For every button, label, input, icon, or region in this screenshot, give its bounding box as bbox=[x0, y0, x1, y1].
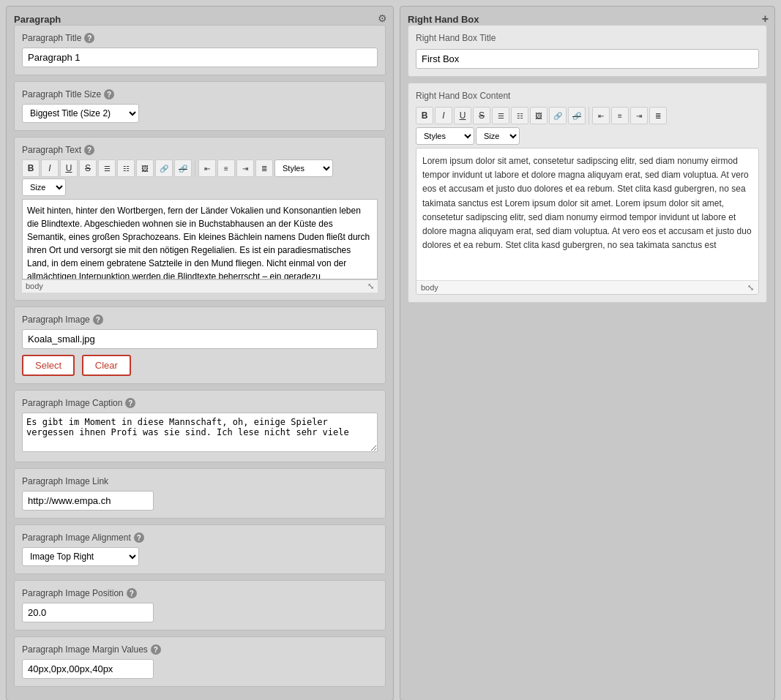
rhb-unlink-btn[interactable]: 🔗 bbox=[568, 107, 586, 124]
paragraph-image-alignment-block: Paragraph Image Alignment ? Image Top Ri… bbox=[14, 524, 386, 574]
paragraph-image-caption-label: Paragraph Image Caption ? bbox=[22, 398, 378, 408]
rhb-ul-btn[interactable]: ☷ bbox=[511, 107, 528, 124]
paragraph-image-help-icon[interactable]: ? bbox=[93, 315, 103, 325]
rhb-align-right-btn[interactable]: ⇥ bbox=[630, 107, 648, 124]
paragraph-image-position-label: Paragraph Image Position ? bbox=[22, 588, 378, 598]
paragraph-text-image-btn[interactable]: 🖼 bbox=[136, 159, 154, 177]
rhb-title-block: Right Hand Box Title bbox=[408, 25, 767, 77]
paragraph-title-help-icon[interactable]: ? bbox=[84, 33, 94, 43]
paragraph-text-strike-btn[interactable]: S bbox=[79, 159, 97, 177]
paragraph-title-label: Paragraph Title ? bbox=[22, 33, 378, 43]
rhb-resize-handle[interactable]: ⤡ bbox=[747, 283, 754, 293]
rhb-styles-select[interactable]: Styles bbox=[416, 127, 474, 145]
paragraph-image-link-label: Paragraph Image Link bbox=[22, 476, 378, 486]
rhb-toolbar-separator bbox=[588, 107, 589, 124]
rhb-link-btn[interactable]: 🔗 bbox=[549, 107, 567, 124]
paragraph-text-resize-handle[interactable]: ⤡ bbox=[367, 282, 374, 291]
paragraph-image-filename[interactable] bbox=[22, 329, 378, 349]
paragraph-text-align-justify-btn[interactable]: ≣ bbox=[255, 159, 273, 177]
paragraph-image-caption-textarea[interactable] bbox=[22, 413, 378, 452]
paragraph-text-toolbar: B I U S ☰ ☷ 🖼 🔗 🔗 ⇤ ≡ ⇥ ≣ Styles Size bbox=[22, 159, 378, 196]
right-panel-title: Right Hand Box bbox=[408, 14, 479, 25]
right-panel: Right Hand Box + Right Hand Box Title Ri… bbox=[400, 6, 775, 700]
rhb-align-left-btn[interactable]: ⇤ bbox=[592, 107, 610, 124]
paragraph-title-size-select[interactable]: Biggest Title (Size 2) Large Title (Size… bbox=[22, 104, 139, 123]
rhb-title-label: Right Hand Box Title bbox=[416, 33, 759, 43]
paragraph-image-margin-input[interactable] bbox=[22, 659, 154, 679]
paragraph-title-block: Paragraph Title ? bbox=[14, 25, 386, 75]
paragraph-image-margin-block: Paragraph Image Margin Values ? bbox=[14, 636, 386, 687]
rhb-bold-btn[interactable]: B bbox=[416, 107, 433, 124]
rhb-size-select[interactable]: Size bbox=[476, 127, 520, 145]
paragraph-image-clear-btn[interactable]: Clear bbox=[82, 355, 131, 376]
left-panel-title: Paragraph bbox=[14, 14, 61, 25]
paragraph-text-ul-btn[interactable]: ☷ bbox=[117, 159, 135, 177]
paragraph-image-margin-label: Paragraph Image Margin Values ? bbox=[22, 644, 378, 655]
paragraph-text-editor[interactable]: Weit hinten, hinter den Wortbergen, fern… bbox=[22, 199, 378, 279]
right-panel-plus-icon[interactable]: + bbox=[762, 12, 769, 26]
left-panel: Paragraph ⚙ Paragraph Title ? Paragraph … bbox=[6, 6, 394, 700]
paragraph-image-select-btn[interactable]: Select bbox=[22, 355, 75, 376]
paragraph-text-align-left-btn[interactable]: ⇤ bbox=[198, 159, 216, 177]
paragraph-image-label: Paragraph Image ? bbox=[22, 315, 378, 325]
rhb-content-toolbar-1: B I U S ☰ ☷ 🖼 🔗 🔗 ⇤ ≡ ⇥ ≣ bbox=[416, 107, 759, 124]
rhb-title-input[interactable] bbox=[416, 49, 759, 69]
paragraph-image-alignment-label: Paragraph Image Alignment ? bbox=[22, 532, 378, 543]
paragraph-title-size-help-icon[interactable]: ? bbox=[104, 89, 114, 99]
rhb-editor-container: Lorem ipsum dolor sit amet, consetetur s… bbox=[416, 148, 759, 295]
rhb-editor[interactable]: Lorem ipsum dolor sit amet, consetetur s… bbox=[416, 148, 758, 280]
paragraph-title-size-label: Paragraph Title Size ? bbox=[22, 89, 378, 99]
paragraph-title-input[interactable] bbox=[22, 48, 378, 67]
paragraph-title-size-wrapper: Biggest Title (Size 2) Large Title (Size… bbox=[22, 104, 378, 123]
paragraph-title-size-block: Paragraph Title Size ? Biggest Title (Si… bbox=[14, 81, 386, 131]
paragraph-text-label: Paragraph Text ? bbox=[22, 145, 378, 155]
rhb-underline-btn[interactable]: U bbox=[454, 107, 471, 124]
paragraph-text-help-icon[interactable]: ? bbox=[84, 145, 94, 155]
rhb-italic-btn[interactable]: I bbox=[435, 107, 452, 124]
paragraph-image-caption-block: Paragraph Image Caption ? bbox=[14, 390, 386, 462]
rhb-ol-btn[interactable]: ☰ bbox=[492, 107, 509, 124]
paragraph-image-margin-help-icon[interactable]: ? bbox=[151, 644, 161, 655]
rhb-editor-footer: body ⤡ bbox=[416, 280, 758, 294]
paragraph-image-link-input[interactable] bbox=[22, 491, 154, 511]
paragraph-image-caption-help-icon[interactable]: ? bbox=[125, 398, 135, 408]
paragraph-image-link-block: Paragraph Image Link bbox=[14, 468, 386, 519]
paragraph-image-alignment-select[interactable]: Image Top Right Image Top Left Image Bot… bbox=[22, 547, 139, 566]
rhb-content-block: Right Hand Box Content B I U S ☰ ☷ 🖼 🔗 🔗… bbox=[408, 83, 767, 303]
rhb-align-justify-btn[interactable]: ≣ bbox=[649, 107, 667, 124]
left-panel-gear-icon[interactable]: ⚙ bbox=[378, 12, 387, 24]
paragraph-text-ol-btn[interactable]: ☰ bbox=[98, 159, 116, 177]
rhb-strike-btn[interactable]: S bbox=[473, 107, 490, 124]
paragraph-image-position-block: Paragraph Image Position ? bbox=[14, 580, 386, 631]
paragraph-image-alignment-wrapper: Image Top Right Image Top Left Image Bot… bbox=[22, 547, 378, 566]
paragraph-image-position-input[interactable] bbox=[22, 603, 154, 622]
paragraph-text-bold-btn[interactable]: B bbox=[22, 159, 40, 177]
rhb-align-center-btn[interactable]: ≡ bbox=[611, 107, 629, 124]
rhb-content-toolbar-2: Styles Size bbox=[416, 127, 759, 145]
paragraph-text-italic-btn[interactable]: I bbox=[41, 159, 59, 177]
paragraph-text-footer: body ⤡ bbox=[22, 279, 378, 293]
paragraph-text-size-select[interactable]: Size bbox=[22, 178, 66, 196]
paragraph-text-block: Paragraph Text ? B I U S ☰ ☷ 🖼 🔗 🔗 ⇤ ≡ ⇥… bbox=[14, 137, 386, 301]
paragraph-text-underline-btn[interactable]: U bbox=[60, 159, 78, 177]
toolbar-separator-1 bbox=[195, 159, 195, 177]
paragraph-image-alignment-help-icon[interactable]: ? bbox=[134, 532, 144, 543]
rhb-image-btn[interactable]: 🖼 bbox=[530, 107, 548, 124]
rhb-content-label: Right Hand Box Content bbox=[416, 91, 759, 101]
paragraph-image-block: Paragraph Image ? Select Clear bbox=[14, 306, 386, 384]
paragraph-image-position-help-icon[interactable]: ? bbox=[127, 588, 137, 598]
paragraph-text-align-center-btn[interactable]: ≡ bbox=[217, 159, 235, 177]
paragraph-text-styles-select[interactable]: Styles bbox=[274, 159, 333, 177]
paragraph-image-buttons: Select Clear bbox=[22, 355, 378, 376]
paragraph-text-unlink-btn[interactable]: 🔗 bbox=[174, 159, 192, 177]
paragraph-text-align-right-btn[interactable]: ⇥ bbox=[236, 159, 254, 177]
paragraph-text-link-btn[interactable]: 🔗 bbox=[155, 159, 173, 177]
